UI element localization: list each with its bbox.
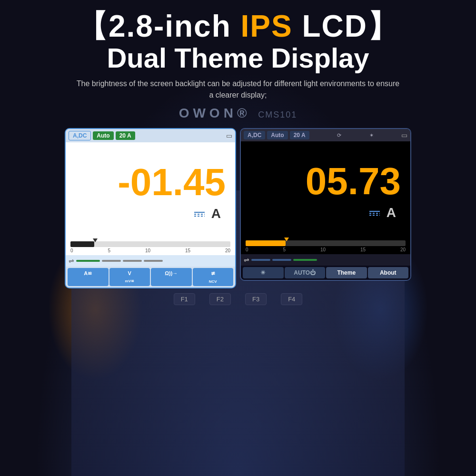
owon-brand: OWON: [179, 106, 237, 120]
light-scroll-icon: ⇌: [69, 257, 74, 265]
page-title-line2: Dual Theme Display: [19, 43, 457, 73]
dark-bluetooth-icon: ✶: [369, 132, 374, 139]
dark-bar-fill: [246, 240, 286, 246]
f2-key[interactable]: F2: [209, 293, 231, 305]
light-scale-numbers: 0 5 10 15 20: [70, 247, 230, 254]
dark-scale-numbers: 0 5 10 15 20: [246, 246, 406, 253]
dark-btn-about[interactable]: About: [368, 267, 409, 278]
light-main-value: -01.45: [75, 163, 226, 201]
owon-logo: OWON® CMS101: [19, 106, 457, 121]
light-line-gray1: [102, 260, 121, 262]
dark-btn-brightness[interactable]: ☀: [243, 267, 284, 278]
light-bar-track: [70, 241, 230, 247]
light-battery-icon: ▭: [226, 132, 232, 139]
f3-key[interactable]: F3: [245, 293, 267, 305]
light-screen-display: -01.45 A: [66, 142, 235, 238]
light-line-gray3: [144, 260, 163, 262]
light-bottom-bar: ⇌: [66, 255, 235, 267]
f4-key[interactable]: F4: [281, 293, 302, 305]
dark-scroll-icon: ⇌: [244, 256, 249, 264]
owon-model: CMS101: [258, 110, 297, 119]
light-func-btn-a[interactable]: A≌: [68, 268, 109, 286]
light-theme-screen: A,DC Auto 20 A ▭ -01.45 A: [65, 128, 236, 288]
dark-badge-20a: 20 A: [290, 131, 309, 139]
dark-btn-auto[interactable]: AUTO⏻: [285, 267, 326, 278]
dark-bottom-lines: [251, 259, 407, 261]
f1-key[interactable]: F1: [174, 293, 195, 305]
dark-bottom-bar: ⇌: [241, 254, 410, 266]
dark-unit-row: A: [369, 205, 401, 220]
light-line-green: [76, 260, 100, 262]
dark-screen-display: 05.73 A: [241, 141, 410, 237]
light-unit-letter: A: [211, 206, 221, 221]
dark-line-blue2: [272, 259, 291, 261]
light-bar-fill: [70, 241, 94, 247]
dark-badge-auto: Auto: [267, 131, 288, 139]
dark-line-green: [293, 259, 317, 261]
dark-screen-header: A,DC Auto 20 A ⟳ ✶ ▭: [241, 129, 410, 141]
light-func-btn-ohm[interactable]: Ω))→: [151, 268, 192, 286]
dark-bar-track: [246, 240, 406, 246]
light-bar-pointer: [93, 238, 98, 242]
light-badge-adc: A,DC: [69, 131, 91, 140]
lcd-text: LCD】: [293, 9, 399, 43]
function-keys-row: F1 F2 F3 F4: [174, 288, 303, 307]
dark-theme-screen: A,DC Auto 20 A ⟳ ✶ ▭ 05.73: [240, 128, 411, 281]
light-func-btn-ncv[interactable]: ≢NCV: [193, 268, 234, 286]
dark-unit-letter: A: [387, 205, 396, 220]
light-bar-scale: 0 5 10 15 20: [66, 238, 235, 255]
page-subtitle: The brightness of the screen backlight c…: [76, 78, 400, 101]
dark-func-buttons: ☀ AUTO⏻ Theme About: [241, 266, 410, 280]
dark-sync-icon: ⟳: [337, 132, 341, 139]
bracket-open: 【2.8-inch: [77, 9, 241, 43]
header-section: 【2.8-inch IPS LCD】 Dual Theme Display Th…: [0, 0, 476, 126]
light-dc-symbol: [194, 208, 207, 220]
light-screen-header: A,DC Auto 20 A ▭: [66, 129, 235, 142]
light-bottom-lines: [76, 260, 232, 262]
light-unit-row: A: [194, 206, 226, 221]
dark-btn-theme[interactable]: Theme: [326, 267, 367, 278]
dark-battery-icon: ▭: [401, 131, 407, 139]
dark-dc-symbol: [369, 207, 382, 219]
dark-line-blue1: [251, 259, 270, 261]
light-func-btn-v[interactable]: VmV≌: [109, 268, 150, 286]
ips-text: IPS: [241, 9, 293, 43]
light-func-buttons: A≌ VmV≌ Ω))→ ≢NCV: [66, 267, 235, 288]
dark-main-value: 05.73: [250, 162, 401, 200]
dark-bar-pointer: [284, 238, 289, 241]
light-badge-20a: 20 A: [116, 131, 135, 140]
light-line-gray2: [123, 260, 142, 262]
page-title-line1: 【2.8-inch IPS LCD】: [19, 10, 457, 43]
screens-container: A,DC Auto 20 A ▭ -01.45 A: [50, 128, 426, 288]
dark-bar-scale: 0 5 10 15 20: [241, 237, 410, 254]
page-content: 【2.8-inch IPS LCD】 Dual Theme Display Th…: [0, 0, 476, 476]
dark-badge-adc: A,DC: [244, 131, 265, 139]
light-badge-auto: Auto: [93, 131, 113, 140]
